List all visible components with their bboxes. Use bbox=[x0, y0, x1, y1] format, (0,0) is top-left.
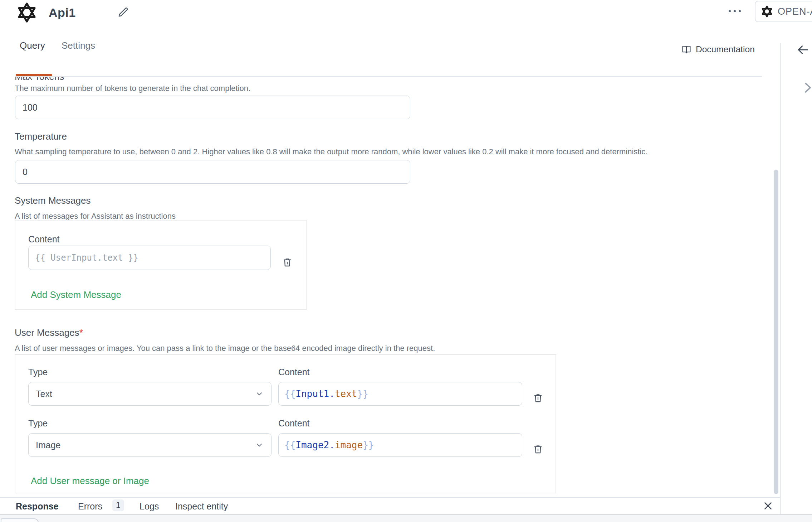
documentation-button[interactable]: Documentation bbox=[681, 44, 755, 54]
system-content-label: Content bbox=[28, 234, 60, 245]
back-arrow-icon[interactable] bbox=[796, 43, 810, 57]
temperature-input[interactable] bbox=[15, 160, 410, 184]
code-close-brace: }} bbox=[357, 388, 368, 399]
code-dot: . bbox=[329, 388, 335, 399]
errors-count-badge: 1 bbox=[112, 499, 124, 511]
temperature-label: Temperature bbox=[15, 131, 67, 142]
user-messages-label: User Messages* bbox=[15, 327, 83, 338]
code-entity: Input1 bbox=[295, 388, 329, 399]
add-system-message-link[interactable]: Add System Message bbox=[31, 289, 121, 300]
max-tokens-description: The maximum number of tokens to generate… bbox=[15, 84, 250, 93]
row2-type-label: Type bbox=[28, 418, 48, 429]
code-open-brace: {{ bbox=[284, 388, 295, 399]
row1-type-value: Text bbox=[36, 389, 52, 399]
tabs-divider bbox=[15, 76, 762, 77]
row2-type-value: Image bbox=[36, 440, 60, 450]
tab-logs[interactable]: Logs bbox=[140, 501, 159, 512]
row1-content-input[interactable]: {{Input1.text}} bbox=[278, 382, 522, 406]
system-messages-group: Content Add System Message bbox=[15, 220, 307, 310]
page-title: Api1 bbox=[49, 6, 76, 20]
row2-content-input[interactable]: {{Image2.image}} bbox=[278, 433, 522, 457]
add-user-message-link[interactable]: Add User message or Image bbox=[31, 475, 149, 487]
user-messages-description: A list of user messages or images. You c… bbox=[15, 344, 435, 353]
datasource-selector[interactable]: OPEN-A bbox=[755, 1, 812, 22]
edit-name-pencil-icon[interactable] bbox=[117, 6, 129, 19]
code-close-brace: }} bbox=[363, 440, 374, 450]
chevron-down-icon bbox=[255, 389, 264, 398]
tab-response[interactable]: Response bbox=[16, 501, 58, 512]
chevron-right-icon[interactable] bbox=[801, 81, 812, 95]
required-asterisk: * bbox=[79, 327, 83, 338]
tab-query[interactable]: Query bbox=[20, 40, 45, 51]
right-panel-divider bbox=[780, 43, 781, 522]
debugger-bar: Response Errors 1 Logs Inspect entity bbox=[0, 497, 780, 514]
bottom-strip bbox=[0, 515, 812, 522]
bottom-left-panel-peek bbox=[1, 518, 39, 522]
row1-type-select[interactable]: Text bbox=[28, 382, 272, 406]
code-property: text bbox=[335, 388, 357, 399]
row2-content-label: Content bbox=[278, 418, 310, 429]
code-dot: . bbox=[329, 440, 335, 450]
max-tokens-label: Max Tokens bbox=[15, 77, 64, 82]
system-messages-label: System Messages bbox=[15, 195, 91, 206]
delete-user-message-1-trash-icon[interactable] bbox=[532, 392, 544, 404]
book-icon bbox=[681, 44, 691, 54]
datasource-name: OPEN-A bbox=[778, 6, 812, 17]
more-options-icon[interactable] bbox=[727, 8, 743, 14]
openai-logo-small-icon bbox=[760, 5, 773, 18]
user-messages-label-text: User Messages bbox=[15, 327, 79, 338]
user-messages-group: Type Text Content {{Input1.text}} Type bbox=[15, 354, 556, 493]
tab-inspect-entity[interactable]: Inspect entity bbox=[175, 501, 228, 512]
delete-user-message-2-trash-icon[interactable] bbox=[532, 443, 544, 455]
documentation-label: Documentation bbox=[696, 44, 755, 54]
api-editor-window: Api1 OPEN-A Query Settings Documentatio bbox=[0, 0, 812, 522]
tab-errors[interactable]: Errors bbox=[78, 501, 102, 512]
row2-type-select[interactable]: Image bbox=[28, 433, 272, 457]
row1-content-label: Content bbox=[278, 367, 310, 377]
delete-system-message-trash-icon[interactable] bbox=[282, 256, 293, 269]
chevron-down-icon bbox=[255, 440, 264, 450]
code-open-brace: {{ bbox=[284, 440, 295, 450]
row1-type-label: Type bbox=[28, 367, 48, 377]
close-icon[interactable] bbox=[762, 500, 774, 512]
system-content-input[interactable] bbox=[28, 246, 271, 270]
tab-settings[interactable]: Settings bbox=[62, 40, 95, 51]
query-form-scroll-area: Max Tokens The maximum number of tokens … bbox=[0, 77, 780, 497]
code-entity: Image2 bbox=[295, 440, 329, 450]
code-property: image bbox=[335, 440, 363, 450]
openai-logo-icon bbox=[16, 1, 38, 24]
temperature-description: What sampling temperature to use, betwee… bbox=[15, 147, 647, 156]
max-tokens-input[interactable] bbox=[15, 96, 410, 119]
